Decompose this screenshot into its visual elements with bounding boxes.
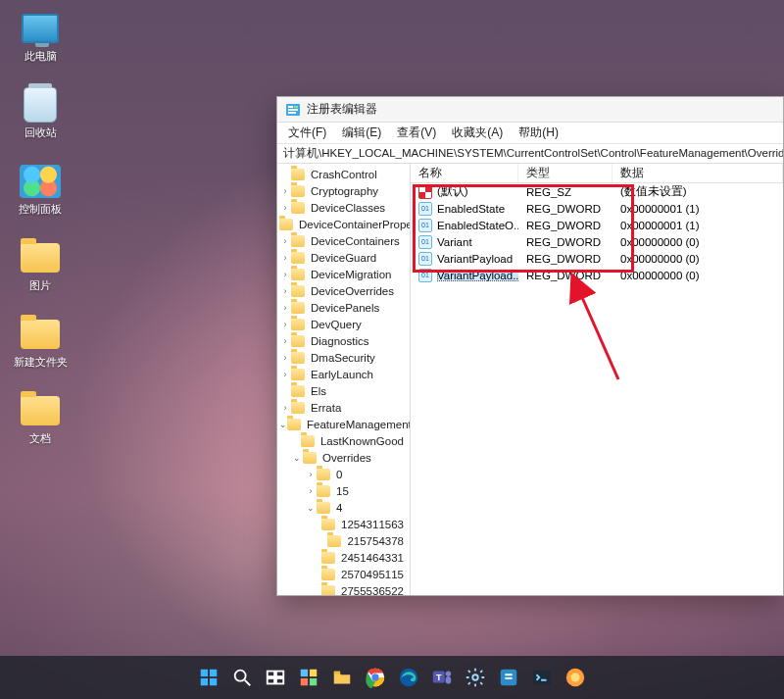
column-header-name[interactable]: 名称 — [411, 164, 518, 182]
chevron-right-icon[interactable]: › — [305, 470, 317, 479]
chevron-right-icon[interactable]: › — [279, 403, 291, 413]
folder-icon — [291, 169, 305, 180]
tree-node[interactable]: 215754378 — [277, 532, 410, 549]
settings-icon[interactable] — [463, 665, 488, 690]
chevron-right-icon[interactable]: › — [279, 253, 291, 263]
chevron-right-icon[interactable]: › — [279, 236, 291, 246]
value-row[interactable]: EnabledStateREG_DWORD0x00000001 (1) — [411, 200, 783, 217]
menu-view[interactable]: 查看(V) — [390, 123, 443, 143]
tree-node-label: Overrides — [320, 452, 373, 464]
tree-node[interactable]: ›DeviceClasses — [277, 199, 410, 216]
tree-node-label: DmaSecurity — [309, 352, 377, 364]
desktop-icon-folder[interactable]: 图片 — [6, 239, 74, 306]
registry-value-list[interactable]: 名称 类型 数据 (默认)REG_SZ(数值未设置)EnabledStateRE… — [411, 164, 783, 595]
chevron-down-icon[interactable]: ⌄ — [279, 420, 287, 429]
tree-node[interactable]: 1254311563 — [277, 516, 410, 532]
app-icon[interactable] — [563, 665, 588, 690]
chevron-right-icon[interactable]: › — [279, 186, 291, 196]
reg-string-icon — [418, 185, 432, 199]
tree-node[interactable]: ›Diagnostics — [277, 332, 410, 349]
desktop-icon-this-pc[interactable]: 此电脑 — [6, 10, 74, 76]
column-header-type[interactable]: 类型 — [518, 164, 612, 182]
tree-node[interactable]: ›DmaSecurity — [277, 349, 410, 366]
list-header[interactable]: 名称 类型 数据 — [411, 164, 783, 183]
tree-node[interactable]: ⌄FeatureManagement — [277, 416, 410, 432]
tree-node[interactable]: 2451464331 — [277, 549, 410, 566]
registry-editor-window[interactable]: 注册表编辑器 文件(F) 编辑(E) 查看(V) 收藏夹(A) 帮助(H) 计算… — [276, 96, 784, 596]
value-row[interactable]: EnabledStateO...REG_DWORD0x00000001 (1) — [411, 217, 783, 233]
taskbar[interactable]: T — [0, 656, 784, 699]
chevron-right-icon[interactable]: › — [305, 486, 317, 496]
tree-node[interactable]: ›DevQuery — [277, 316, 410, 332]
tree-node[interactable]: ›DevicePanels — [277, 299, 410, 316]
value-row[interactable]: VariantPayload...REG_DWORD0x00000000 (0) — [411, 267, 783, 283]
tree-node[interactable]: DeviceContainerPropertyUpda — [277, 216, 410, 232]
chevron-right-icon[interactable]: › — [279, 370, 291, 379]
folder-icon — [291, 385, 305, 397]
chevron-right-icon[interactable]: › — [279, 286, 291, 296]
address-bar[interactable]: 计算机\HKEY_LOCAL_MACHINE\SYSTEM\CurrentCon… — [277, 144, 783, 164]
chevron-right-icon[interactable]: › — [279, 320, 291, 329]
tree-node[interactable]: ⌄Overrides — [277, 449, 410, 466]
value-name: VariantPayload... — [437, 270, 518, 281]
start-button[interactable] — [196, 665, 221, 690]
tree-node-label: FeatureManagement — [305, 419, 411, 430]
chevron-down-icon[interactable]: ⌄ — [291, 453, 303, 463]
folder-icon — [287, 419, 301, 430]
tree-node[interactable]: ›DeviceOverrides — [277, 282, 410, 299]
widgets-icon[interactable] — [296, 665, 321, 690]
tree-node[interactable]: ›DeviceMigration — [277, 266, 410, 282]
tree-node-label: Diagnostics — [309, 335, 370, 347]
app-icon[interactable] — [496, 665, 521, 690]
chrome-icon[interactable] — [363, 665, 388, 690]
file-explorer-icon[interactable] — [329, 665, 355, 690]
chevron-right-icon[interactable]: › — [279, 203, 291, 213]
chevron-right-icon[interactable]: › — [279, 303, 291, 313]
desktop-icon-folder[interactable]: 文档 — [6, 392, 74, 459]
tree-node[interactable]: Els — [277, 382, 410, 399]
titlebar[interactable]: 注册表编辑器 — [277, 97, 783, 123]
registry-tree[interactable]: CrashControl›Cryptography›DeviceClassesD… — [277, 164, 411, 595]
tree-node[interactable]: CrashControl — [277, 166, 410, 182]
tree-node[interactable]: ⌄4 — [277, 499, 410, 516]
svg-point-22 — [371, 674, 378, 680]
column-header-data[interactable]: 数据 — [612, 164, 783, 182]
tree-node-label: 215754378 — [345, 535, 406, 547]
tree-node-label: DeviceContainers — [309, 235, 402, 247]
menu-file[interactable]: 文件(F) — [281, 123, 333, 143]
chevron-right-icon[interactable]: › — [279, 270, 291, 279]
desktop-icon-label: 新建文件夹 — [14, 355, 68, 370]
tree-node[interactable]: 2755536522 — [277, 582, 410, 595]
search-icon[interactable] — [229, 665, 255, 690]
chevron-down-icon[interactable]: ⌄ — [305, 503, 317, 513]
tree-node[interactable]: ›EarlyLaunch — [277, 366, 410, 382]
tree-node[interactable]: ›Cryptography — [277, 182, 410, 199]
value-type: REG_DWORD — [518, 236, 612, 248]
tree-node[interactable]: ›DeviceContainers — [277, 232, 410, 249]
svg-rect-16 — [301, 670, 308, 676]
chevron-right-icon[interactable]: › — [279, 353, 291, 363]
tree-node[interactable]: ›15 — [277, 482, 410, 499]
tree-node[interactable]: ›DeviceGuard — [277, 249, 410, 266]
menu-help[interactable]: 帮助(H) — [512, 123, 565, 143]
desktop-icon-folder[interactable]: 新建文件夹 — [6, 316, 74, 382]
value-row[interactable]: (默认)REG_SZ(数值未设置) — [411, 183, 783, 200]
desktop-icon-recycle-bin[interactable]: 回收站 — [6, 86, 74, 153]
desktop-icon-control-panel[interactable]: 控制面板 — [6, 163, 74, 229]
tree-node[interactable]: ›0 — [277, 466, 410, 482]
task-view-icon[interactable] — [263, 665, 288, 690]
value-row[interactable]: VariantREG_DWORD0x00000000 (0) — [411, 233, 783, 250]
value-row[interactable]: VariantPayloadREG_DWORD0x00000000 (0) — [411, 250, 783, 267]
svg-rect-14 — [268, 678, 274, 684]
teams-icon[interactable]: T — [429, 665, 455, 690]
edge-icon[interactable] — [396, 665, 421, 690]
menu-favorites[interactable]: 收藏夹(A) — [445, 123, 510, 143]
tree-node[interactable]: 2570495115 — [277, 566, 410, 582]
terminal-icon[interactable] — [529, 665, 555, 690]
tree-node[interactable]: LastKnownGood — [277, 432, 410, 449]
svg-rect-27 — [446, 676, 452, 683]
desktop-icon-label: 此电脑 — [24, 49, 57, 64]
menu-edit[interactable]: 编辑(E) — [335, 123, 388, 143]
tree-node[interactable]: ›Errata — [277, 399, 410, 416]
chevron-right-icon[interactable]: › — [279, 336, 291, 346]
